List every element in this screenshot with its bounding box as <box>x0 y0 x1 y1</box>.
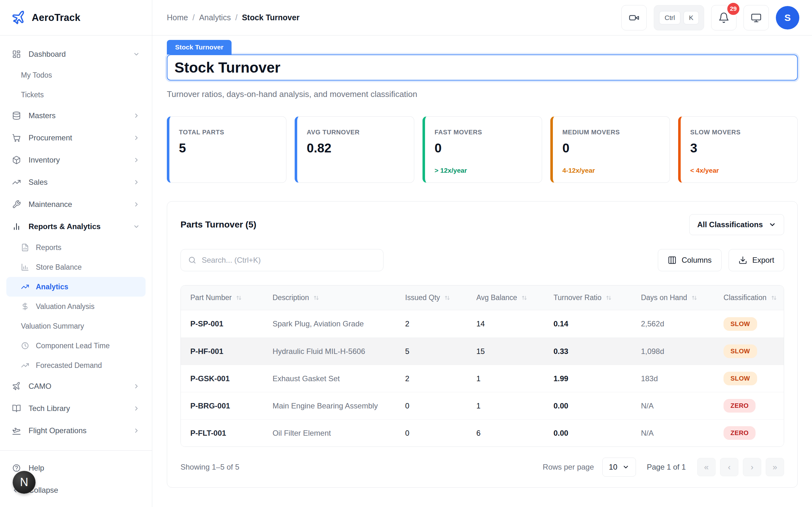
sidebar-item-my-todos[interactable]: My Todos <box>6 65 146 85</box>
breadcrumb-separator: / <box>235 13 238 22</box>
sidebar-item-component-lead-time[interactable]: Component Lead Time <box>6 336 146 355</box>
column-header-turnover-ratio[interactable]: Turnover Ratio <box>552 293 640 302</box>
search-input[interactable] <box>202 256 376 265</box>
columns-button[interactable]: Columns <box>658 249 722 271</box>
cell-avg-balance: 6 <box>475 429 552 438</box>
collapse-label: Collapse <box>29 486 140 495</box>
help-label: Help <box>29 464 140 472</box>
search-box <box>181 249 384 271</box>
tab-label: Stock Turnover <box>175 43 223 51</box>
sidebar-item-valuation-analysis[interactable]: Valuation Analysis <box>6 297 146 316</box>
sidebar-item-store-balance[interactable]: Store Balance <box>6 257 146 277</box>
breadcrumb-home[interactable]: Home <box>167 13 188 22</box>
chevron-down-icon <box>622 464 629 470</box>
column-header-classification[interactable]: Classification <box>722 293 784 302</box>
sidebar-item-inventory[interactable]: Inventory <box>6 149 146 171</box>
sidebar-item-analytics[interactable]: Analytics <box>6 277 146 297</box>
cell-description: Main Engine Bearing Assembly <box>271 401 404 410</box>
table-toolbar: Columns Export <box>181 249 784 271</box>
column-label: Issued Qty <box>405 293 440 302</box>
notifications-button[interactable]: 29 <box>711 5 737 31</box>
stat-label: SLOW MOVERS <box>690 129 788 136</box>
app-logo[interactable]: AeroTrack <box>0 0 152 36</box>
column-header-issued-qty[interactable]: Issued Qty <box>404 293 475 302</box>
next-page-button[interactable]: › <box>743 458 761 476</box>
page-title-input[interactable] <box>167 55 798 80</box>
k-keycap: K <box>683 11 699 24</box>
tab-stock-turnover[interactable]: Stock Turnover <box>167 40 232 55</box>
display-button[interactable] <box>744 5 769 31</box>
stat-sublabel: < 4x/year <box>690 167 788 174</box>
column-header-description[interactable]: Description <box>271 293 404 302</box>
wrench-icon <box>12 200 21 209</box>
rows-per-page-select[interactable]: 10 <box>602 458 636 476</box>
chevron-right-icon <box>133 405 140 412</box>
sidebar-item-tech-library[interactable]: Tech Library <box>6 397 146 419</box>
breadcrumb-analytics[interactable]: Analytics <box>199 13 231 22</box>
sidebar-item-masters[interactable]: Masters <box>6 105 146 127</box>
sidebar-item-forecasted-demand[interactable]: Forecasted Demand <box>6 355 146 375</box>
page-content: Stock Turnover Turnover ratios, days-on-… <box>152 36 812 507</box>
column-header-avg-balance[interactable]: Avg Balance <box>475 293 552 302</box>
sidebar-item-label: Masters <box>29 111 126 120</box>
sidebar-item-dashboard[interactable]: Dashboard <box>6 43 146 65</box>
stat-card-avg-turnover: AVG TURNOVER 0.82 <box>295 116 414 183</box>
table-row[interactable]: P-BRG-001 Main Engine Bearing Assembly 0… <box>181 392 784 419</box>
sidebar-item-label: Analytics <box>36 283 68 291</box>
cell-days-on-hand: N/A <box>640 429 722 438</box>
breadcrumb-current: Stock Turnover <box>242 13 300 22</box>
sidebar-item-camo[interactable]: CAMO <box>6 375 146 397</box>
sidebar-item-procurement[interactable]: Procurement <box>6 127 146 149</box>
stat-label: TOTAL PARTS <box>179 129 276 136</box>
table-row[interactable]: P-HF-001 Hydraulic Fluid MIL-H-5606 5 15… <box>181 337 784 365</box>
ctrl-keycap: Ctrl <box>659 11 680 24</box>
sidebar-item-reports[interactable]: Reports <box>6 238 146 257</box>
app-window: AeroTrack Dashboard My Todos Tickets Mas… <box>0 0 812 507</box>
sidebar-item-label: Tickets <box>21 91 44 99</box>
classification-filter-select[interactable]: All Classifications <box>689 214 784 235</box>
chevron-right-icon <box>133 134 140 141</box>
sidebar-item-label: Valuation Analysis <box>36 302 95 311</box>
package-icon <box>12 156 21 164</box>
video-button[interactable] <box>621 5 647 31</box>
sidebar-item-label: Tech Library <box>29 404 126 413</box>
sidebar-item-reports-analytics[interactable]: Reports & Analytics <box>6 216 146 238</box>
sidebar-item-flight-operations[interactable]: Flight Operations <box>6 419 146 442</box>
sidebar-item-tickets[interactable]: Tickets <box>6 85 146 105</box>
sidebar-item-valuation-summary[interactable]: Valuation Summary <box>6 316 146 336</box>
sidebar-item-sales[interactable]: Sales <box>6 171 146 193</box>
cell-part-number: P-BRG-001 <box>181 401 271 410</box>
video-icon <box>629 12 640 23</box>
classification-badge: SLOW <box>723 344 757 358</box>
table-row[interactable]: P-GSK-001 Exhaust Gasket Set 2 1 1.99 18… <box>181 365 784 392</box>
page-subtitle: Turnover ratios, days-on-hand analysis, … <box>167 89 798 99</box>
column-header-part-number[interactable]: Part Number <box>181 293 271 302</box>
sidebar-item-maintenance[interactable]: Maintenance <box>6 193 146 216</box>
export-button[interactable]: Export <box>728 249 784 271</box>
page-info: Page 1 of 1 <box>647 463 686 471</box>
trending-up-icon <box>12 178 21 187</box>
floating-bubble[interactable]: N <box>13 471 36 494</box>
column-header-days-on-hand[interactable]: Days on Hand <box>640 293 722 302</box>
stat-cards: TOTAL PARTS 5 AVG TURNOVER 0.82 FAST MOV… <box>167 116 798 183</box>
rows-per-page-value: 10 <box>609 463 618 471</box>
notification-badge: 29 <box>726 2 741 16</box>
help-circle-icon <box>12 464 21 472</box>
column-label: Avg Balance <box>476 293 517 302</box>
cell-turnover-ratio: 0.00 <box>552 429 640 438</box>
sidebar: AeroTrack Dashboard My Todos Tickets Mas… <box>0 0 152 507</box>
command-palette-shortcut[interactable]: Ctrl K <box>654 5 704 31</box>
panel-header: Parts Turnover (5) All Classifications <box>181 214 784 235</box>
app-name: AeroTrack <box>32 12 80 23</box>
first-page-button[interactable]: « <box>697 458 716 476</box>
previous-page-button[interactable]: ‹ <box>720 458 739 476</box>
stat-label: MEDIUM MOVERS <box>562 129 660 136</box>
user-avatar[interactable]: S <box>776 6 799 30</box>
table-row[interactable]: P-FLT-001 Oil Filter Element 0 6 0.00 N/… <box>181 419 784 447</box>
cell-days-on-hand: 2,562d <box>640 320 722 328</box>
table-row[interactable]: P-SP-001 Spark Plug, Aviation Grade 2 14… <box>181 310 784 337</box>
sidebar-item-label: Forecasted Demand <box>36 361 102 370</box>
export-label: Export <box>752 256 774 265</box>
cell-issued-qty: 2 <box>404 374 475 383</box>
last-page-button[interactable]: » <box>766 458 784 476</box>
